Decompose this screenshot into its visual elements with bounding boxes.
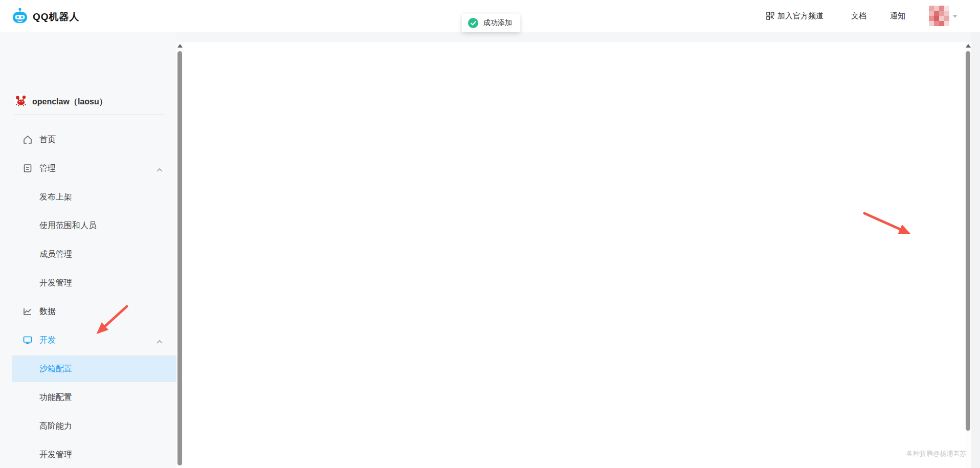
document-icon	[23, 163, 33, 173]
page-scrollbar-up-arrow[interactable]	[966, 44, 971, 48]
nav-join-official-channel-label: 加入官方频道	[777, 11, 823, 21]
sidebar-item-develop[interactable]: 开发	[0, 327, 176, 353]
sidebar-item-members[interactable]: 成员管理	[0, 241, 176, 268]
sidebar-item-label: 开发管理	[39, 278, 72, 288]
app-logo-text: QQ机器人	[33, 10, 80, 24]
user-avatar[interactable]	[929, 6, 949, 26]
home-icon	[23, 135, 33, 145]
watermark: 各种折腾@杨浦老苏	[906, 449, 966, 458]
monitor-icon	[23, 335, 33, 345]
sidebar-item-label: 开发管理	[39, 450, 72, 460]
account-name: openclaw（laosu）	[32, 97, 107, 107]
crab-avatar-icon	[14, 94, 28, 109]
sidebar-item-sandbox-config[interactable]: 沙箱配置	[12, 355, 176, 382]
sidebar-item-label: 管理	[39, 163, 56, 174]
nav-notice[interactable]: 通知	[890, 0, 905, 32]
robot-logo-icon	[11, 7, 29, 27]
sidebar-item-dev-manage-2[interactable]: 开发管理	[0, 441, 176, 468]
chevron-up-icon[interactable]	[156, 337, 163, 346]
sidebar-divider	[14, 114, 165, 115]
window-edge-strip	[971, 32, 980, 468]
sidebar-item-data[interactable]: 数据	[0, 298, 176, 325]
nav-join-official-channel[interactable]: 加入官方频道	[766, 0, 823, 32]
sidebar-item-label: 功能配置	[39, 392, 72, 403]
sidebar-item-label: 沙箱配置	[39, 364, 72, 374]
nav-notice-label: 通知	[890, 11, 905, 21]
inner-scrollbar-thumb[interactable]	[177, 51, 182, 465]
sidebar-item-advanced[interactable]: 高阶能力	[0, 413, 176, 439]
sidebar-item-label: 使用范围和人员	[39, 220, 97, 231]
sidebar-item-feature-config[interactable]: 功能配置	[0, 384, 176, 411]
qr-code-icon	[766, 12, 774, 20]
main-content-panel	[183, 42, 965, 468]
sidebar-item-label: 发布上架	[39, 192, 72, 203]
sidebar-item-scope[interactable]: 使用范围和人员	[0, 212, 176, 239]
toast-message: 成功添加	[483, 18, 512, 28]
sidebar-item-label: 成员管理	[39, 249, 72, 260]
chart-icon	[23, 306, 33, 317]
sidebar-item-label: 开发	[39, 335, 56, 346]
sidebar-item-label: 高阶能力	[39, 421, 72, 432]
avatar-caret-icon[interactable]	[952, 15, 957, 18]
app-logo[interactable]: QQ机器人	[11, 7, 80, 27]
nav-docs-label: 文档	[851, 11, 866, 21]
inner-scrollbar-up-arrow[interactable]	[177, 44, 183, 48]
sidebar-item-label: 数据	[39, 306, 56, 317]
sidebar-item-label: 首页	[39, 135, 56, 145]
nav-docs[interactable]: 文档	[851, 0, 866, 32]
sidebar-item-dev-manage[interactable]: 开发管理	[0, 270, 176, 296]
sidebar-item-home[interactable]: 首页	[0, 126, 176, 153]
sidebar: openclaw（laosu） 首页 管理 发布上架 使用范围和人员 成员管理 …	[0, 32, 176, 468]
chevron-up-icon[interactable]	[156, 165, 163, 174]
success-check-icon	[468, 18, 478, 28]
sidebar-item-publish[interactable]: 发布上架	[0, 184, 176, 210]
success-toast: 成功添加	[462, 14, 520, 32]
sidebar-item-manage[interactable]: 管理	[0, 155, 176, 182]
page-scrollbar-thumb[interactable]	[966, 51, 970, 431]
account-row[interactable]: openclaw（laosu）	[14, 94, 107, 109]
